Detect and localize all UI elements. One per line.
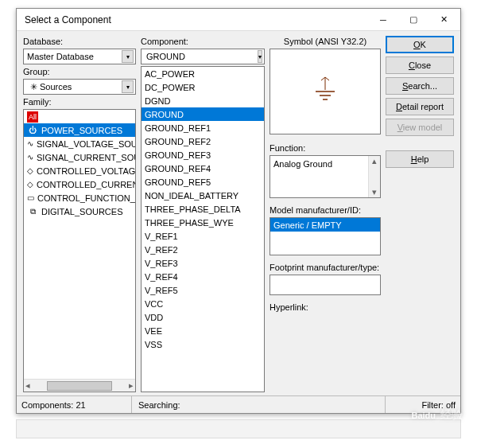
group-value: Sources: [40, 82, 122, 92]
component-item[interactable]: NON_IDEAL_BATTERY: [142, 189, 264, 202]
component-item[interactable]: V_REF4: [142, 270, 264, 283]
family-list[interactable]: All⏻POWER_SOURCES∿SIGNAL_VOLTAGE_SOURCES…: [23, 109, 136, 392]
family-icon: ⏻: [27, 125, 38, 136]
chevron-down-icon: ▾: [122, 50, 134, 63]
family-label: Family:: [23, 96, 136, 107]
family-label: DIGITAL_SOURCES: [41, 207, 123, 216]
component-item[interactable]: GROUND_REF2: [142, 134, 264, 148]
component-item[interactable]: DGND: [142, 94, 264, 107]
component-item[interactable]: GROUND_REF5: [142, 175, 264, 189]
function-box: Analog Ground ▴▾: [270, 155, 381, 198]
family-icon: ▭: [27, 193, 34, 204]
button-column: OK Close Search... Detail report View mo…: [386, 36, 454, 392]
sources-icon: ✳: [27, 82, 40, 92]
dialog: Select a Component ─ ▢ ✕ Database: Maste…: [16, 8, 461, 414]
window-title: Select a Component: [25, 14, 368, 25]
maximize-button[interactable]: ▢: [398, 10, 429, 30]
family-item[interactable]: ∿SIGNAL_CURRENT_SOURCES: [24, 150, 135, 164]
family-label: CONTROL_FUNCTION_BLOCKS: [37, 193, 136, 203]
filter-toggle-icon[interactable]: ▾: [258, 50, 262, 63]
component-label: Component:: [141, 36, 265, 47]
family-label: POWER_SOURCES: [41, 126, 122, 135]
component-item[interactable]: VDD: [142, 310, 264, 324]
view-model-button: View model: [386, 119, 454, 136]
component-input[interactable]: [145, 51, 258, 62]
component-item[interactable]: V_REF1: [142, 229, 264, 243]
component-search[interactable]: ▾: [141, 49, 265, 64]
component-item[interactable]: GROUND_REF3: [142, 148, 264, 162]
symbol-preview: [270, 49, 381, 134]
component-item[interactable]: GROUND_REF1: [142, 121, 264, 134]
database-label: Database:: [23, 36, 136, 47]
family-icon: ◇: [27, 179, 33, 190]
family-item[interactable]: ◇CONTROLLED_CURRENT_SOURCES: [24, 177, 135, 191]
family-label: CONTROLLED_CURRENT_SOURCES: [37, 180, 136, 189]
footprint-box[interactable]: [270, 275, 381, 295]
component-item[interactable]: VEE: [142, 324, 264, 337]
help-button[interactable]: Help: [386, 150, 454, 168]
hyperlink-label: Hyperlink:: [270, 302, 381, 313]
footprint-label: Footprint manufacturer/type:: [270, 262, 381, 273]
ground-icon: [306, 72, 344, 111]
component-item[interactable]: THREE_PHASE_DELTA: [142, 202, 264, 216]
model-list[interactable]: Generic / EMPTY: [270, 217, 381, 255]
component-item[interactable]: GROUND_REF4: [142, 162, 264, 175]
family-icon: ∿: [27, 152, 33, 163]
watermark: Baidu 经验: [411, 408, 463, 423]
component-item[interactable]: THREE_PHASE_WYE: [142, 216, 264, 229]
family-item[interactable]: ∿SIGNAL_VOLTAGE_SOURCES: [24, 137, 135, 150]
bottom-bar: [16, 419, 461, 438]
status-bar: Components: 21 Searching: Filter: off: [17, 395, 460, 413]
component-item[interactable]: V_REF5: [142, 283, 264, 297]
family-label: SIGNAL_CURRENT_SOURCES: [37, 153, 136, 162]
family-item[interactable]: ◇CONTROLLED_VOLTAGE_SOURCES: [24, 164, 135, 177]
left-panel: Database: Master Database ▾ Group: ✳ Sou…: [23, 36, 136, 392]
chevron-down-icon: ▾: [122, 80, 134, 93]
component-item[interactable]: GROUND: [142, 107, 264, 121]
watermark-sub: 经验: [440, 408, 463, 423]
family-icon: ∿: [27, 138, 33, 150]
family-label: SIGNAL_VOLTAGE_SOURCES: [37, 139, 136, 149]
minimize-button[interactable]: ─: [368, 10, 398, 30]
family-icon: ⧉: [27, 206, 38, 217]
component-item[interactable]: VCC: [142, 297, 264, 310]
family-icon: ◇: [27, 166, 33, 177]
close-window-button[interactable]: ✕: [429, 10, 459, 30]
titlebar: Select a Component ─ ▢ ✕: [17, 9, 460, 31]
detail-report-button[interactable]: Detail report: [386, 98, 454, 115]
function-value: Analog Ground: [273, 159, 332, 169]
model-label: Model manufacturer/ID:: [270, 205, 381, 216]
family-item[interactable]: ▭CONTROL_FUNCTION_BLOCKS: [24, 191, 135, 205]
family-icon: All: [27, 111, 38, 123]
close-button[interactable]: Close: [386, 56, 454, 74]
model-value: Generic / EMPTY: [273, 220, 342, 230]
component-item[interactable]: AC_POWER: [142, 67, 264, 80]
database-value: Master Database: [27, 52, 122, 61]
component-item[interactable]: V_REF2: [142, 243, 264, 256]
model-item[interactable]: Generic / EMPTY: [270, 218, 380, 232]
status-searching: Searching:: [138, 400, 378, 410]
family-item[interactable]: All: [24, 110, 135, 123]
database-combo[interactable]: Master Database ▾: [23, 49, 136, 64]
component-panel: Component: ▾ AC_POWERDC_POWERDGNDGROUNDG…: [141, 36, 265, 392]
family-item[interactable]: ⧉DIGITAL_SOURCES: [24, 205, 135, 218]
group-combo[interactable]: ✳ Sources ▾: [23, 79, 136, 95]
symbol-label: Symbol (ANSI Y32.2): [270, 36, 381, 47]
info-panel: Symbol (ANSI Y32.2) Function: Analog Gro…: [270, 36, 381, 392]
status-components: Components: 21: [21, 400, 125, 410]
group-label: Group:: [23, 66, 136, 77]
component-item[interactable]: DC_POWER: [142, 80, 264, 94]
component-list[interactable]: AC_POWERDC_POWERDGNDGROUNDGROUND_REF1GRO…: [141, 66, 265, 392]
function-scrollbar[interactable]: ▴▾: [368, 156, 380, 197]
ok-button[interactable]: OK: [386, 36, 454, 53]
function-label: Function:: [270, 142, 381, 154]
family-hscroll[interactable]: ◂▸: [24, 379, 135, 392]
family-label: CONTROLLED_VOLTAGE_SOURCES: [37, 166, 136, 176]
component-item[interactable]: V_REF3: [142, 256, 264, 270]
search-button[interactable]: Search...: [386, 77, 454, 95]
watermark-brand: Baidu: [411, 411, 436, 420]
component-item[interactable]: VSS: [142, 337, 264, 351]
family-item[interactable]: ⏻POWER_SOURCES: [24, 123, 135, 137]
